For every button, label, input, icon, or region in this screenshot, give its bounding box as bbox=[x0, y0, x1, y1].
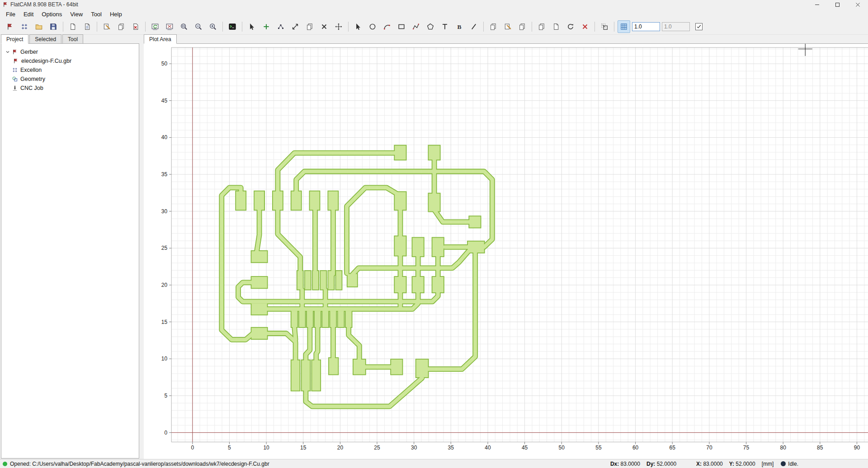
delete-object-button[interactable] bbox=[129, 20, 142, 33]
buffer-tool-button[interactable]: B bbox=[453, 20, 466, 33]
open-excellon-button[interactable] bbox=[18, 20, 31, 33]
rotate-tool-button[interactable] bbox=[564, 20, 577, 33]
status-bar: Opened: C:/Users/valha/Desktop/FabAcadem… bbox=[0, 459, 868, 468]
transform-tool-button[interactable] bbox=[598, 20, 611, 33]
svg-text:25: 25 bbox=[374, 445, 380, 451]
open-gerber-button[interactable] bbox=[4, 20, 16, 33]
x-readout: X: 83.0000 bbox=[696, 461, 723, 467]
x-dark-icon bbox=[320, 23, 328, 31]
menu-item-options[interactable]: Options bbox=[38, 10, 66, 19]
svg-text:80: 80 bbox=[780, 445, 787, 451]
grid-snap-toggle-button[interactable] bbox=[618, 20, 630, 33]
select-object-button[interactable] bbox=[245, 20, 258, 33]
zoom-in-button[interactable] bbox=[207, 20, 219, 33]
zoom-out-button[interactable] bbox=[192, 20, 205, 33]
join-objects-button[interactable] bbox=[274, 20, 287, 33]
plus-icon bbox=[262, 23, 270, 31]
toolbar-group-2 bbox=[99, 20, 144, 33]
intersection-tool-button[interactable] bbox=[550, 20, 562, 33]
snap-corner-checkbox[interactable] bbox=[695, 23, 703, 30]
menu-item-help[interactable]: Help bbox=[106, 10, 126, 19]
tree-item-label: Excellon bbox=[20, 67, 42, 73]
draw-rectangle-button[interactable] bbox=[395, 20, 408, 33]
status-message: Opened: C:/Users/valha/Desktop/FabAcadem… bbox=[10, 461, 269, 467]
tree-item-geometry[interactable]: Geometry bbox=[1, 75, 139, 84]
scale-object-button[interactable] bbox=[289, 20, 302, 33]
minimize-button[interactable] bbox=[807, 0, 827, 9]
edit-object-button[interactable] bbox=[100, 20, 113, 33]
screen-clear-icon bbox=[165, 23, 174, 31]
svg-text:20: 20 bbox=[161, 282, 168, 288]
editor-select-button[interactable] bbox=[352, 20, 364, 33]
menu-item-tool[interactable]: Tool bbox=[87, 10, 106, 19]
open-script-button[interactable] bbox=[81, 20, 94, 33]
pages-icon bbox=[306, 23, 314, 31]
tree-item-gerber[interactable]: Gerber bbox=[1, 47, 139, 56]
command-shell-button[interactable] bbox=[226, 20, 239, 33]
svg-text:40: 40 bbox=[161, 134, 168, 140]
arc-icon bbox=[383, 23, 391, 31]
union-tool-button[interactable] bbox=[535, 20, 548, 33]
delete-selected-button[interactable] bbox=[579, 20, 591, 33]
draw-circle-button[interactable] bbox=[366, 20, 379, 33]
draw-arc-button[interactable] bbox=[381, 20, 393, 33]
copy-geometry-button[interactable] bbox=[487, 20, 500, 33]
plot-area: 0510152025303540455055606570758085900510… bbox=[144, 43, 868, 459]
add-text-button[interactable] bbox=[439, 20, 451, 33]
svg-text:55: 55 bbox=[595, 445, 602, 451]
svg-text:65: 65 bbox=[670, 445, 676, 451]
tree-item-label: Gerber bbox=[20, 49, 38, 55]
new-script-button[interactable] bbox=[66, 20, 79, 33]
menu-item-edit[interactable]: Edit bbox=[19, 10, 38, 19]
grid-snap-y-input[interactable] bbox=[662, 22, 690, 31]
draw-polygon-button[interactable] bbox=[424, 20, 437, 33]
menu-item-file[interactable]: File bbox=[2, 10, 19, 19]
path-icon bbox=[412, 23, 420, 31]
mag-plus-icon bbox=[209, 23, 217, 31]
svg-text:85: 85 bbox=[817, 445, 823, 451]
tree-item-label: CNC Job bbox=[20, 85, 43, 91]
mag-fit-icon bbox=[180, 23, 188, 31]
window-controls bbox=[807, 0, 868, 9]
tab-project[interactable]: Project bbox=[1, 34, 28, 44]
clear-plot-button[interactable] bbox=[163, 20, 176, 33]
replot-button[interactable] bbox=[149, 20, 161, 33]
tree-item-cnc-job[interactable]: CNC Job bbox=[1, 84, 139, 93]
page-lines-icon bbox=[83, 23, 91, 31]
tab-tool[interactable]: Tool bbox=[62, 34, 83, 44]
paint-tool-button[interactable] bbox=[467, 20, 480, 33]
units-label: [mm] bbox=[762, 461, 774, 467]
expand-arrow-icon[interactable] bbox=[4, 49, 11, 55]
menu-item-view[interactable]: View bbox=[66, 10, 87, 19]
svg-text:35: 35 bbox=[448, 445, 454, 451]
add-drawing-button[interactable] bbox=[260, 20, 273, 33]
draw-path-button[interactable] bbox=[410, 20, 422, 33]
delete-shape-button[interactable] bbox=[318, 20, 330, 33]
tab-plot-area[interactable]: Plot Area bbox=[144, 34, 177, 44]
tree-item-elecdesign-f-cu-gbr[interactable]: elecdesign-F.Cu.gbr bbox=[1, 56, 139, 66]
title-bar: FlatCAM 8.908 BETA - 64bit bbox=[0, 0, 868, 9]
open-project-button[interactable] bbox=[33, 20, 45, 33]
svg-text:45: 45 bbox=[522, 445, 528, 451]
toolbar-separator bbox=[594, 22, 595, 32]
tree-item-excellon[interactable]: Excellon bbox=[1, 66, 139, 75]
plot-canvas[interactable]: 0510152025303540455055606570758085900510… bbox=[144, 44, 868, 459]
maximize-button[interactable] bbox=[827, 0, 848, 9]
page-icon bbox=[69, 23, 77, 31]
flag-icon bbox=[6, 23, 14, 31]
page-icon bbox=[552, 23, 560, 31]
status-state: Idle. bbox=[788, 461, 798, 467]
tab-selected[interactable]: Selected bbox=[29, 34, 61, 44]
cut-geometry-button[interactable] bbox=[501, 20, 514, 33]
move-object-button[interactable] bbox=[332, 20, 345, 33]
plot-tab-row: Plot Area bbox=[144, 34, 178, 44]
copy-shape-button[interactable] bbox=[303, 20, 316, 33]
close-button[interactable] bbox=[848, 0, 868, 9]
paste-geometry-button[interactable] bbox=[516, 20, 528, 33]
zoom-fit-button[interactable] bbox=[178, 20, 190, 33]
grid-snap-x-input[interactable] bbox=[632, 22, 660, 31]
svg-text:30: 30 bbox=[161, 208, 168, 215]
copy-object-button[interactable] bbox=[115, 20, 127, 33]
project-tabs: ProjectSelectedTool bbox=[1, 34, 84, 44]
save-project-button[interactable] bbox=[47, 20, 60, 33]
